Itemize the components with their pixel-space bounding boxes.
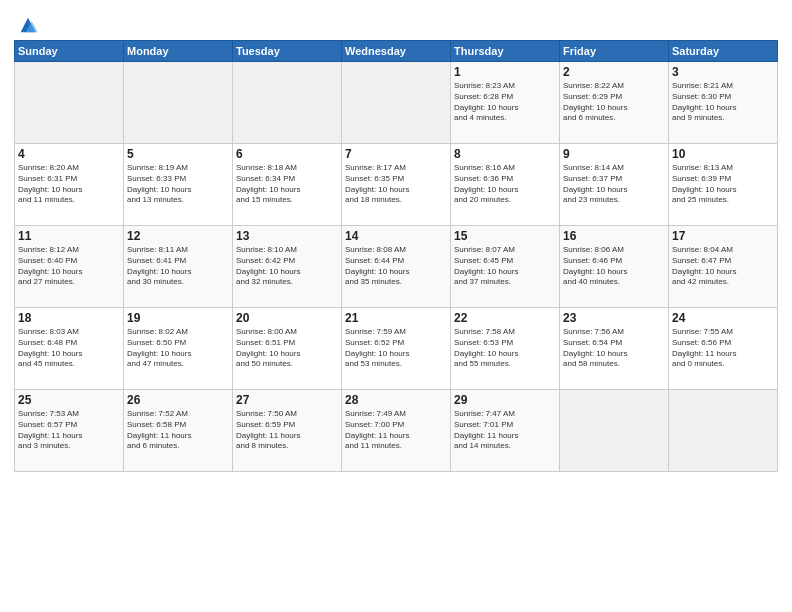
day-number: 25 bbox=[18, 393, 120, 407]
day-info: Sunrise: 8:10 AM Sunset: 6:42 PM Dayligh… bbox=[236, 245, 338, 288]
day-number: 5 bbox=[127, 147, 229, 161]
day-number: 19 bbox=[127, 311, 229, 325]
calendar-cell: 16Sunrise: 8:06 AM Sunset: 6:46 PM Dayli… bbox=[560, 226, 669, 308]
calendar-cell: 27Sunrise: 7:50 AM Sunset: 6:59 PM Dayli… bbox=[233, 390, 342, 472]
calendar-week-row: 11Sunrise: 8:12 AM Sunset: 6:40 PM Dayli… bbox=[15, 226, 778, 308]
day-info: Sunrise: 8:00 AM Sunset: 6:51 PM Dayligh… bbox=[236, 327, 338, 370]
day-number: 4 bbox=[18, 147, 120, 161]
day-number: 21 bbox=[345, 311, 447, 325]
day-info: Sunrise: 8:20 AM Sunset: 6:31 PM Dayligh… bbox=[18, 163, 120, 206]
calendar-cell: 24Sunrise: 7:55 AM Sunset: 6:56 PM Dayli… bbox=[669, 308, 778, 390]
calendar-cell bbox=[560, 390, 669, 472]
calendar-week-row: 4Sunrise: 8:20 AM Sunset: 6:31 PM Daylig… bbox=[15, 144, 778, 226]
day-info: Sunrise: 8:11 AM Sunset: 6:41 PM Dayligh… bbox=[127, 245, 229, 288]
day-header-saturday: Saturday bbox=[669, 41, 778, 62]
day-number: 20 bbox=[236, 311, 338, 325]
day-number: 11 bbox=[18, 229, 120, 243]
day-number: 14 bbox=[345, 229, 447, 243]
calendar-cell: 14Sunrise: 8:08 AM Sunset: 6:44 PM Dayli… bbox=[342, 226, 451, 308]
calendar-cell: 25Sunrise: 7:53 AM Sunset: 6:57 PM Dayli… bbox=[15, 390, 124, 472]
day-info: Sunrise: 7:58 AM Sunset: 6:53 PM Dayligh… bbox=[454, 327, 556, 370]
day-header-wednesday: Wednesday bbox=[342, 41, 451, 62]
day-info: Sunrise: 8:14 AM Sunset: 6:37 PM Dayligh… bbox=[563, 163, 665, 206]
page-container: SundayMondayTuesdayWednesdayThursdayFrid… bbox=[0, 0, 792, 478]
calendar-cell: 13Sunrise: 8:10 AM Sunset: 6:42 PM Dayli… bbox=[233, 226, 342, 308]
day-info: Sunrise: 8:16 AM Sunset: 6:36 PM Dayligh… bbox=[454, 163, 556, 206]
day-number: 7 bbox=[345, 147, 447, 161]
calendar-week-row: 18Sunrise: 8:03 AM Sunset: 6:48 PM Dayli… bbox=[15, 308, 778, 390]
day-info: Sunrise: 7:56 AM Sunset: 6:54 PM Dayligh… bbox=[563, 327, 665, 370]
calendar-cell bbox=[15, 62, 124, 144]
day-number: 22 bbox=[454, 311, 556, 325]
day-info: Sunrise: 8:17 AM Sunset: 6:35 PM Dayligh… bbox=[345, 163, 447, 206]
day-number: 23 bbox=[563, 311, 665, 325]
day-number: 3 bbox=[672, 65, 774, 79]
day-number: 6 bbox=[236, 147, 338, 161]
day-number: 12 bbox=[127, 229, 229, 243]
day-number: 28 bbox=[345, 393, 447, 407]
calendar-cell: 28Sunrise: 7:49 AM Sunset: 7:00 PM Dayli… bbox=[342, 390, 451, 472]
day-info: Sunrise: 7:49 AM Sunset: 7:00 PM Dayligh… bbox=[345, 409, 447, 452]
calendar-cell: 26Sunrise: 7:52 AM Sunset: 6:58 PM Dayli… bbox=[124, 390, 233, 472]
day-info: Sunrise: 7:47 AM Sunset: 7:01 PM Dayligh… bbox=[454, 409, 556, 452]
calendar-cell: 20Sunrise: 8:00 AM Sunset: 6:51 PM Dayli… bbox=[233, 308, 342, 390]
logo bbox=[14, 14, 39, 36]
day-header-sunday: Sunday bbox=[15, 41, 124, 62]
calendar-cell: 5Sunrise: 8:19 AM Sunset: 6:33 PM Daylig… bbox=[124, 144, 233, 226]
day-info: Sunrise: 8:08 AM Sunset: 6:44 PM Dayligh… bbox=[345, 245, 447, 288]
day-number: 16 bbox=[563, 229, 665, 243]
calendar-cell: 2Sunrise: 8:22 AM Sunset: 6:29 PM Daylig… bbox=[560, 62, 669, 144]
day-info: Sunrise: 8:06 AM Sunset: 6:46 PM Dayligh… bbox=[563, 245, 665, 288]
calendar-cell: 17Sunrise: 8:04 AM Sunset: 6:47 PM Dayli… bbox=[669, 226, 778, 308]
day-info: Sunrise: 8:19 AM Sunset: 6:33 PM Dayligh… bbox=[127, 163, 229, 206]
logo-icon bbox=[17, 14, 39, 36]
day-info: Sunrise: 7:53 AM Sunset: 6:57 PM Dayligh… bbox=[18, 409, 120, 452]
day-info: Sunrise: 8:21 AM Sunset: 6:30 PM Dayligh… bbox=[672, 81, 774, 124]
day-number: 8 bbox=[454, 147, 556, 161]
day-info: Sunrise: 8:07 AM Sunset: 6:45 PM Dayligh… bbox=[454, 245, 556, 288]
calendar-cell: 12Sunrise: 8:11 AM Sunset: 6:41 PM Dayli… bbox=[124, 226, 233, 308]
day-info: Sunrise: 7:55 AM Sunset: 6:56 PM Dayligh… bbox=[672, 327, 774, 370]
day-number: 15 bbox=[454, 229, 556, 243]
day-header-thursday: Thursday bbox=[451, 41, 560, 62]
day-info: Sunrise: 8:13 AM Sunset: 6:39 PM Dayligh… bbox=[672, 163, 774, 206]
day-info: Sunrise: 7:59 AM Sunset: 6:52 PM Dayligh… bbox=[345, 327, 447, 370]
calendar-week-row: 25Sunrise: 7:53 AM Sunset: 6:57 PM Dayli… bbox=[15, 390, 778, 472]
day-number: 24 bbox=[672, 311, 774, 325]
day-info: Sunrise: 8:04 AM Sunset: 6:47 PM Dayligh… bbox=[672, 245, 774, 288]
calendar-cell: 11Sunrise: 8:12 AM Sunset: 6:40 PM Dayli… bbox=[15, 226, 124, 308]
header bbox=[14, 10, 778, 36]
day-header-tuesday: Tuesday bbox=[233, 41, 342, 62]
calendar-cell bbox=[342, 62, 451, 144]
day-number: 17 bbox=[672, 229, 774, 243]
calendar-cell: 3Sunrise: 8:21 AM Sunset: 6:30 PM Daylig… bbox=[669, 62, 778, 144]
calendar-cell: 29Sunrise: 7:47 AM Sunset: 7:01 PM Dayli… bbox=[451, 390, 560, 472]
calendar-header: SundayMondayTuesdayWednesdayThursdayFrid… bbox=[15, 41, 778, 62]
day-header-friday: Friday bbox=[560, 41, 669, 62]
day-number: 26 bbox=[127, 393, 229, 407]
day-info: Sunrise: 8:03 AM Sunset: 6:48 PM Dayligh… bbox=[18, 327, 120, 370]
calendar-cell bbox=[669, 390, 778, 472]
calendar-table: SundayMondayTuesdayWednesdayThursdayFrid… bbox=[14, 40, 778, 472]
calendar-cell: 4Sunrise: 8:20 AM Sunset: 6:31 PM Daylig… bbox=[15, 144, 124, 226]
header-row: SundayMondayTuesdayWednesdayThursdayFrid… bbox=[15, 41, 778, 62]
calendar-cell: 9Sunrise: 8:14 AM Sunset: 6:37 PM Daylig… bbox=[560, 144, 669, 226]
day-info: Sunrise: 8:12 AM Sunset: 6:40 PM Dayligh… bbox=[18, 245, 120, 288]
calendar-cell: 6Sunrise: 8:18 AM Sunset: 6:34 PM Daylig… bbox=[233, 144, 342, 226]
calendar-cell: 18Sunrise: 8:03 AM Sunset: 6:48 PM Dayli… bbox=[15, 308, 124, 390]
day-info: Sunrise: 8:18 AM Sunset: 6:34 PM Dayligh… bbox=[236, 163, 338, 206]
day-number: 18 bbox=[18, 311, 120, 325]
day-number: 13 bbox=[236, 229, 338, 243]
calendar-cell: 7Sunrise: 8:17 AM Sunset: 6:35 PM Daylig… bbox=[342, 144, 451, 226]
day-number: 9 bbox=[563, 147, 665, 161]
day-info: Sunrise: 8:02 AM Sunset: 6:50 PM Dayligh… bbox=[127, 327, 229, 370]
calendar-cell: 15Sunrise: 8:07 AM Sunset: 6:45 PM Dayli… bbox=[451, 226, 560, 308]
calendar-cell: 21Sunrise: 7:59 AM Sunset: 6:52 PM Dayli… bbox=[342, 308, 451, 390]
day-info: Sunrise: 7:52 AM Sunset: 6:58 PM Dayligh… bbox=[127, 409, 229, 452]
calendar-cell: 8Sunrise: 8:16 AM Sunset: 6:36 PM Daylig… bbox=[451, 144, 560, 226]
calendar-cell: 1Sunrise: 8:23 AM Sunset: 6:28 PM Daylig… bbox=[451, 62, 560, 144]
day-info: Sunrise: 8:23 AM Sunset: 6:28 PM Dayligh… bbox=[454, 81, 556, 124]
day-number: 2 bbox=[563, 65, 665, 79]
calendar-cell bbox=[233, 62, 342, 144]
calendar-week-row: 1Sunrise: 8:23 AM Sunset: 6:28 PM Daylig… bbox=[15, 62, 778, 144]
